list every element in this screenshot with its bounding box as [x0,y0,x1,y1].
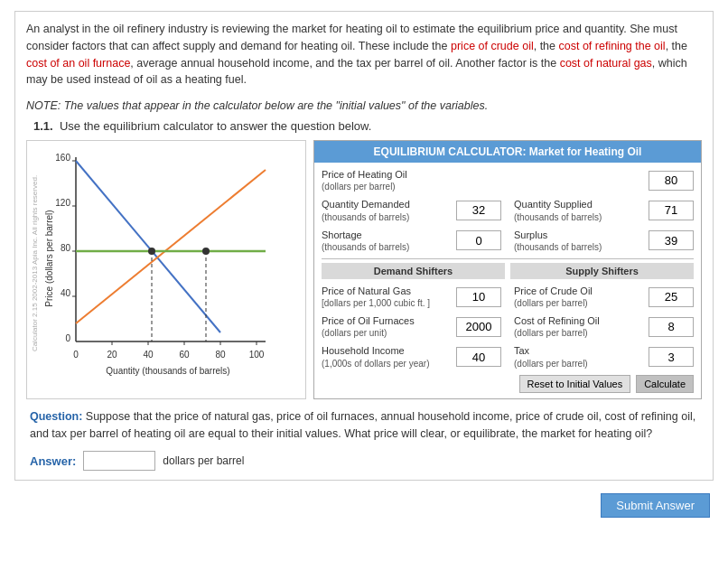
svg-text:80: 80 [61,243,71,253]
submit-button[interactable]: Submit Answer [601,493,710,518]
quantity-supplied-input[interactable] [649,201,694,220]
answer-label: Answer: [30,454,76,468]
svg-text:20: 20 [107,350,117,360]
oil-furnaces-refining-row: Price of Oil Furnaces (dollars per unit)… [322,314,694,339]
answer-row: Answer: dollars per barrel [30,451,702,471]
svg-line-24 [76,170,266,323]
svg-point-29 [202,248,210,255]
watermark: Calculator 2.15 2002-2013 Apia Inc. All … [29,141,42,385]
supply-shifters-title: Supply Shifters [510,263,694,279]
price-heating-oil-row: Price of Heating Oil (dollars per barrel… [322,168,694,192]
price-heating-oil-label: Price of Heating Oil (dollars per barrel… [322,168,643,192]
shortage-label: Shortage (thousands of barrels) [322,229,451,253]
svg-text:Quantity (thousands of barrels: Quantity (thousands of barrels) [106,366,229,376]
svg-text:40: 40 [143,350,154,360]
quantity-demanded-input[interactable] [456,201,501,220]
household-income-input[interactable] [456,347,501,367]
svg-point-28 [148,248,155,255]
calculator-buttons: Reset to Initial Values Calculate [322,375,694,393]
question-section: Question: Suppose that the price of natu… [26,408,702,443]
price-oil-furnaces-label: Price of Oil Furnaces (dollars per unit) [322,314,451,339]
svg-text:0: 0 [73,350,79,360]
calculate-button[interactable]: Calculate [636,375,694,393]
note-text: NOTE: The values that appear in the calc… [26,99,702,112]
price-natural-gas-input[interactable] [456,287,501,307]
quantity-supplied-label: Quantity Supplied (thousands of barrels) [514,198,643,222]
price-heating-oil-input[interactable] [649,171,694,191]
surplus-label: Surplus (thousands of barrels) [514,229,643,253]
tax-input[interactable] [649,347,694,367]
cost-refining-input[interactable] [649,317,694,337]
reset-button[interactable]: Reset to Initial Values [519,375,631,393]
natural-gas-crude-row: Price of Natural Gas [dollars per 1,000 … [322,285,694,309]
svg-text:60: 60 [179,350,190,360]
household-income-label: Household Income (1,000s of dollars per … [322,344,451,369]
shifters-header-row: Demand Shifters Supply Shifters [322,263,694,279]
quantity-demanded-label: Quantity Demanded (thousands of barrels) [322,198,451,222]
svg-text:80: 80 [215,350,226,360]
y-axis-label: Price (dollars per barrel) [44,210,54,306]
svg-text:100: 100 [249,350,265,360]
equilibrium-chart: Price (dollars per barrel) 160 120 80 40… [42,141,299,385]
question-label-text: Question: [30,410,82,423]
question-body: Suppose that the price of natural gas, p… [30,410,695,440]
intro-paragraph: An analyst in the oil refinery industry … [26,21,702,89]
price-crude-oil-input[interactable] [649,287,694,307]
shortage-input[interactable] [456,230,501,250]
svg-text:120: 120 [55,198,70,208]
submit-row: Submit Answer [14,493,714,518]
demand-shifters-title: Demand Shifters [322,263,505,279]
shortage-surplus-row: Shortage (thousands of barrels) Surplus … [322,229,694,253]
price-natural-gas-label: Price of Natural Gas [dollars per 1,000 … [322,285,451,309]
answer-input[interactable] [83,451,155,471]
cost-refining-label: Cost of Refining Oil (dollars per barrel… [514,314,643,339]
svg-text:160: 160 [55,153,70,163]
highlight-refining: cost of refining the oil [559,40,666,52]
highlight-natural-gas: cost of natural gas [560,57,652,70]
surplus-input[interactable] [649,230,694,250]
answer-unit: dollars per barrel [163,454,244,467]
graph-container: Calculator 2.15 2002-2013 Apia Inc. All … [26,140,306,399]
tax-label: Tax (dollars per barrel) [514,344,643,369]
highlight-crude-oil: price of crude oil [451,40,534,52]
price-crude-oil-label: Price of Crude Oil (dollars per barrel) [514,285,643,309]
calculator-header: EQUILIBRIUM CALCULATOR: Market for Heati… [314,141,701,163]
income-tax-row: Household Income (1,000s of dollars per … [322,344,694,369]
question-label: 1.1. Use the equilibrium calculator to a… [33,119,702,133]
svg-text:40: 40 [61,288,71,298]
price-oil-furnaces-input[interactable] [456,317,501,337]
equilibrium-calculator: EQUILIBRIUM CALCULATOR: Market for Heati… [313,140,702,399]
quantity-row: Quantity Demanded (thousands of barrels)… [322,198,694,222]
highlight-furnace: cost of an oil furnace [26,57,130,70]
svg-text:0: 0 [65,333,70,343]
